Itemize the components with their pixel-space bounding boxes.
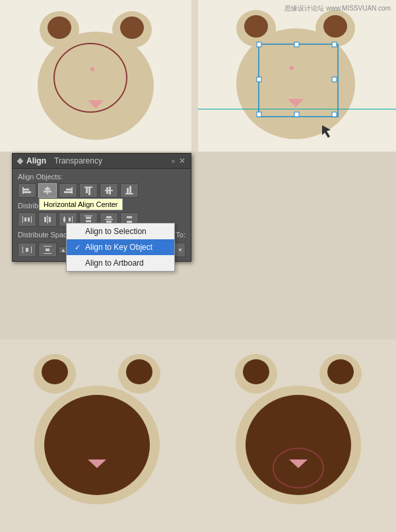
align-bottom-button[interactable] xyxy=(120,183,139,198)
svg-rect-29 xyxy=(45,188,50,190)
svg-point-3 xyxy=(120,16,144,39)
svg-rect-64 xyxy=(31,247,32,253)
dropdown-item-align-key-object[interactable]: ✓ Align to Key Object xyxy=(67,239,174,255)
svg-rect-16 xyxy=(257,112,261,117)
svg-rect-58 xyxy=(105,219,113,220)
svg-rect-66 xyxy=(44,246,51,247)
svg-rect-46 xyxy=(28,218,30,222)
align-objects-row: Horizontal Align Center xyxy=(18,183,185,198)
svg-rect-34 xyxy=(84,187,92,188)
svg-rect-59 xyxy=(106,216,112,218)
svg-point-11 xyxy=(323,15,347,38)
top-right-cat-area xyxy=(198,0,396,152)
svg-rect-38 xyxy=(106,187,108,194)
top-left-cat-svg xyxy=(30,7,162,145)
svg-rect-33 xyxy=(64,191,71,193)
svg-rect-53 xyxy=(72,216,73,223)
svg-rect-44 xyxy=(31,216,32,223)
svg-rect-39 xyxy=(109,187,111,194)
dist-left-button[interactable] xyxy=(18,212,36,227)
svg-rect-48 xyxy=(44,217,46,222)
bottom-right-cat-svg xyxy=(223,346,375,517)
spacing-horiz-button[interactable] xyxy=(18,243,36,257)
svg-rect-52 xyxy=(64,216,65,223)
svg-rect-27 xyxy=(24,191,31,193)
svg-rect-49 xyxy=(49,217,51,222)
panel-diamond-icon xyxy=(17,158,24,164)
align-to-dropdown: Align to Selection ✓ Align to Key Object… xyxy=(66,223,175,272)
align-objects-label: Align Objects: xyxy=(18,173,185,181)
align-top-button[interactable] xyxy=(79,183,98,198)
align-left-button[interactable] xyxy=(18,183,36,198)
svg-rect-32 xyxy=(66,189,71,191)
dist-center-h-button[interactable] xyxy=(38,212,57,227)
svg-rect-14 xyxy=(257,42,261,47)
dropdown-item-align-artboard[interactable]: Align to Artboard xyxy=(67,255,174,271)
svg-point-10 xyxy=(244,15,268,38)
svg-rect-47 xyxy=(47,216,48,223)
svg-rect-30 xyxy=(44,191,51,192)
bottom-right-cat-area xyxy=(214,340,383,524)
align-center-v-button[interactable] xyxy=(100,183,118,198)
svg-rect-21 xyxy=(332,77,337,82)
align-right-button[interactable] xyxy=(59,183,77,198)
svg-rect-45 xyxy=(24,218,26,222)
svg-rect-65 xyxy=(26,248,28,252)
svg-rect-26 xyxy=(24,189,29,191)
svg-point-81 xyxy=(327,359,354,384)
svg-rect-40 xyxy=(125,193,133,194)
main-container: 思缘设计论坛 www.MISSVUAN.com xyxy=(0,0,396,532)
svg-rect-43 xyxy=(22,216,23,223)
svg-rect-36 xyxy=(88,188,90,195)
svg-point-73 xyxy=(42,359,68,384)
panel-tab[interactable]: Transparency xyxy=(54,156,102,165)
svg-rect-63 xyxy=(22,247,23,253)
dropdown-item-align-selection[interactable]: Align to Selection xyxy=(67,223,174,239)
svg-rect-31 xyxy=(71,187,73,194)
tooltip: Horizontal Align Center xyxy=(39,198,123,210)
svg-rect-54 xyxy=(84,216,92,216)
bottom-left-cat-svg xyxy=(22,346,174,517)
svg-rect-25 xyxy=(22,187,24,194)
bottom-left-cat-area xyxy=(13,340,182,524)
align-center-h-button[interactable]: Horizontal Align Center xyxy=(38,183,57,198)
svg-rect-57 xyxy=(86,220,91,222)
svg-rect-67 xyxy=(44,253,51,254)
svg-point-2 xyxy=(48,16,71,39)
panel-title[interactable]: Align xyxy=(26,156,46,165)
svg-rect-18 xyxy=(294,42,299,47)
watermark: 思缘设计论坛 www.MISSVUAN.com xyxy=(284,4,391,13)
svg-point-23 xyxy=(290,66,294,70)
svg-point-74 xyxy=(126,359,152,384)
svg-point-83 xyxy=(246,395,351,495)
svg-rect-56 xyxy=(86,217,91,219)
svg-point-80 xyxy=(243,359,269,384)
top-right-cat-svg xyxy=(224,3,370,148)
svg-rect-35 xyxy=(86,188,88,193)
spacing-vert-button[interactable] xyxy=(38,243,57,257)
svg-point-76 xyxy=(44,395,150,495)
check-key-object: ✓ xyxy=(75,243,82,252)
svg-point-7 xyxy=(90,67,94,71)
svg-rect-17 xyxy=(332,112,337,117)
svg-rect-61 xyxy=(127,216,132,218)
panel-header: Align Transparency » ✕ xyxy=(13,154,191,169)
panel-close-icon[interactable]: ✕ xyxy=(179,156,185,165)
svg-rect-51 xyxy=(69,218,71,222)
svg-rect-41 xyxy=(127,188,129,193)
svg-rect-68 xyxy=(46,249,50,251)
svg-rect-15 xyxy=(332,42,337,47)
svg-rect-19 xyxy=(294,112,299,117)
top-left-cat-area xyxy=(0,0,191,152)
svg-rect-42 xyxy=(129,186,131,193)
svg-rect-20 xyxy=(257,77,261,82)
panel-expand-icon[interactable]: » xyxy=(171,158,175,165)
